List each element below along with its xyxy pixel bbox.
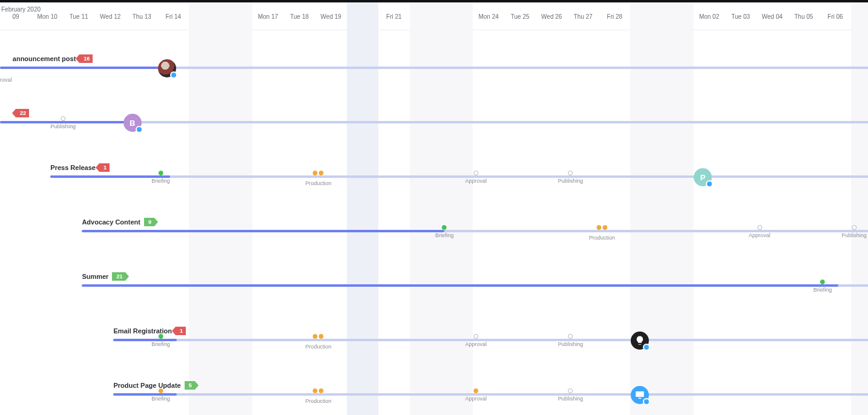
task-title[interactable]: Advocacy Content9 — [82, 218, 154, 226]
assignee-avatar[interactable] — [158, 59, 176, 77]
timeline-row[interactable]: Press Release1BriefingProductionApproval… — [0, 163, 868, 212]
day-header[interactable]: Mon 17 — [258, 13, 278, 20]
timeline-bar[interactable] — [113, 339, 868, 341]
day-header[interactable]: Tue 18 — [290, 13, 309, 20]
phase-dot-icon — [473, 171, 478, 175]
assignee-avatar[interactable]: B — [123, 114, 142, 132]
status-dot-icon — [136, 126, 143, 133]
day-header[interactable]: 09 — [12, 13, 19, 20]
task-title[interactable]: Email Registration1 — [113, 327, 186, 335]
phase-dot-icon — [159, 388, 163, 393]
day-header[interactable]: Wed 19 — [321, 13, 341, 20]
phase-label: Production — [305, 344, 331, 350]
phase-marker[interactable]: Publishing — [50, 116, 76, 129]
day-header[interactable]: Wed 04 — [762, 13, 783, 20]
phase-dot-icon — [568, 171, 573, 175]
phase-marker[interactable]: Production — [305, 171, 331, 186]
phase-label: Briefing — [151, 178, 170, 184]
task-title-text: Product Page Update — [113, 382, 180, 389]
phase-label: Approval — [749, 232, 771, 238]
phase-marker[interactable]: Approval — [465, 334, 487, 347]
task-title-text: announcement post — [13, 55, 76, 62]
day-header[interactable]: Mon 02 — [699, 13, 719, 20]
phase-marker[interactable]: Briefing — [151, 388, 170, 402]
status-dot-icon — [643, 344, 650, 351]
phase-label: Approval — [465, 341, 487, 347]
phase-dot-icon — [61, 116, 65, 121]
phase-marker[interactable]: Approval — [465, 388, 487, 402]
day-header[interactable]: Wed 26 — [541, 13, 562, 20]
timeline-progress[interactable] — [0, 67, 170, 69]
assignee-avatar[interactable]: P — [694, 168, 712, 186]
day-header[interactable]: Fri 21 — [386, 13, 402, 20]
phase-marker[interactable]: Publishing — [558, 388, 584, 402]
phase-label: Publishing — [558, 396, 584, 402]
count-badge[interactable]: 9 — [144, 218, 154, 226]
phase-marker[interactable]: Briefing — [814, 279, 832, 293]
timeline-canvas[interactable]: announcement post16roval22PublishingBPre… — [0, 30, 868, 415]
phase-marker[interactable]: Publishing — [558, 334, 584, 347]
day-header[interactable]: Tue 25 — [511, 13, 530, 20]
phase-marker[interactable]: Briefing — [151, 171, 170, 184]
day-header[interactable]: Wed 12 — [100, 13, 120, 20]
phase-marker[interactable]: Approval — [749, 225, 771, 238]
day-header[interactable]: Mon 24 — [478, 13, 498, 20]
count-badge[interactable]: 16 — [79, 54, 93, 63]
phase-label: Approval — [465, 396, 487, 402]
phase-dot-icon — [442, 225, 447, 230]
phase-label: Production — [305, 398, 331, 404]
phase-marker[interactable]: Briefing — [151, 334, 170, 347]
phase-dot-icon — [820, 279, 825, 284]
day-header[interactable]: Thu 13 — [133, 13, 151, 20]
day-header[interactable]: Thu 27 — [574, 13, 593, 20]
status-dot-icon — [706, 180, 713, 188]
timeline-bar[interactable] — [50, 175, 868, 178]
phase-dot-icon — [473, 334, 478, 339]
task-title[interactable]: Press Release1 — [50, 163, 110, 172]
phase-marker[interactable]: Production — [305, 334, 331, 350]
phase-label: Publishing — [558, 178, 584, 184]
count-badge[interactable]: 1 — [176, 327, 186, 335]
phase-label: Briefing — [151, 341, 170, 347]
timeline-progress[interactable] — [82, 230, 444, 232]
day-header[interactable]: Mon 10 — [37, 13, 57, 20]
assignee-avatar[interactable] — [631, 332, 649, 350]
assignee-avatar[interactable] — [631, 386, 649, 404]
phase-marker[interactable]: Publishing — [558, 171, 584, 184]
timeline-row[interactable]: Advocacy Content9BriefingProductionAppro… — [0, 218, 868, 266]
phase-marker[interactable]: Production — [589, 225, 615, 241]
timeline-row[interactable]: Email Registration1BriefingProductionApp… — [0, 327, 868, 375]
count-badge[interactable]: 1 — [99, 163, 110, 172]
day-header[interactable]: Fri 28 — [607, 13, 623, 20]
timeline-bar[interactable] — [113, 393, 868, 396]
phase-dot-icon — [159, 171, 163, 175]
phase-label: Publishing — [558, 341, 584, 347]
phase-label: Briefing — [814, 287, 832, 293]
phase-marker[interactable]: Approval — [465, 171, 487, 184]
phase-marker[interactable]: Production — [305, 388, 331, 404]
day-header[interactable]: Tue 03 — [731, 13, 750, 20]
task-title[interactable]: announcement post16 — [13, 54, 93, 63]
phase-dot-icon — [852, 225, 856, 230]
count-badge[interactable]: 5 — [185, 381, 195, 390]
phase-label: Publishing — [841, 232, 867, 238]
day-header[interactable]: Thu 05 — [794, 13, 813, 20]
phase-marker[interactable]: Publishing — [841, 225, 867, 238]
phase-dot-icon — [159, 334, 163, 339]
day-header[interactable]: Tue 11 — [70, 13, 88, 20]
day-header[interactable]: Fri 06 — [827, 13, 843, 20]
phase-dot-icon — [473, 388, 478, 393]
timeline-progress[interactable] — [82, 284, 838, 287]
phase-marker[interactable]: Briefing — [435, 225, 454, 238]
task-title-text: Press Release — [50, 164, 96, 171]
count-badge[interactable]: 22 — [16, 109, 29, 117]
count-badge[interactable]: 21 — [112, 272, 125, 281]
task-title-text: Advocacy Content — [82, 218, 140, 226]
timeline-row[interactable]: Summer21Briefing — [0, 272, 868, 321]
task-title[interactable]: Summer21 — [82, 272, 125, 281]
timeline-row[interactable]: 22PublishingB — [0, 109, 868, 157]
phase-label: Production — [305, 180, 331, 186]
timeline-row[interactable]: announcement post16roval — [0, 54, 868, 103]
timeline-row[interactable]: Product Page Update5BriefingProductionAp… — [0, 381, 868, 415]
day-header[interactable]: Fri 14 — [166, 13, 182, 20]
